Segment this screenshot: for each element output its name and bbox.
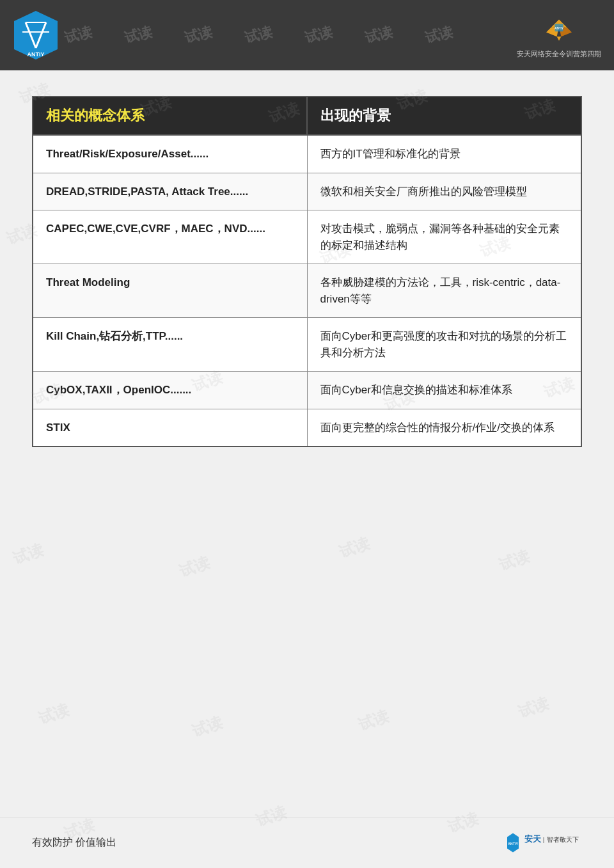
- svg-text:ANTIY: ANTIY: [508, 842, 519, 846]
- header-logo: ANTIY: [13, 10, 59, 61]
- main-content: 相关的概念体系 出现的背景 Threat/Risk/Exposure/Asset…: [0, 70, 614, 466]
- table-cell-left-1: DREAD,STRIDE,PASTA, Attack Tree......: [33, 173, 307, 210]
- table-cell-left-3: Threat Modeling: [33, 264, 307, 318]
- table-cell-right-3: 各种威胁建模的方法论，工具，risk-centric，data-driven等等: [307, 264, 581, 318]
- header: ANTIY 试读 试读 试读 试读 试读 试读 试读 ANTIY 安天网络安全令…: [0, 0, 614, 70]
- header-wm-5: 试读: [303, 22, 335, 48]
- table-row: STIX面向更完整的综合性的情报分析/作业/交换的体系: [33, 409, 581, 446]
- header-wm-2: 试读: [122, 22, 154, 48]
- header-right-text: 安天网络安全令训营第四期: [517, 49, 601, 59]
- table-cell-right-5: 面向Cyber和信息交换的描述和标准体系: [307, 372, 581, 409]
- table-cell-left-0: Threat/Risk/Exposure/Asset......: [33, 135, 307, 173]
- svg-text:智者敬天下: 智者敬天下: [547, 836, 579, 843]
- table-row: CAPEC,CWE,CVE,CVRF，MAEC，NVD......对攻击模式，脆…: [33, 210, 581, 264]
- body-watermark-13: 试读: [177, 552, 212, 581]
- header-wm-1: 试读: [64, 22, 94, 48]
- header-wm-3: 试读: [182, 22, 214, 48]
- table-cell-right-0: 西方的IT管理和标准化的背景: [307, 135, 581, 173]
- table-row: DREAD,STRIDE,PASTA, Attack Tree......微软和…: [33, 173, 581, 210]
- svg-marker-9: [557, 36, 562, 41]
- table-header-row: 相关的概念体系 出现的背景: [33, 97, 581, 135]
- antiy-logo: ANTIY: [13, 10, 59, 61]
- header-wm-4: 试读: [242, 22, 274, 48]
- svg-text:|: |: [543, 836, 545, 843]
- body-watermark-12: 试读: [10, 539, 46, 569]
- table-cell-right-2: 对攻击模式，脆弱点，漏洞等各种基础的安全元素的标定和描述结构: [307, 210, 581, 264]
- table-cell-left-4: Kill Chain,钻石分析,TTP......: [33, 318, 307, 372]
- table-row: Threat Modeling各种威胁建模的方法论，工具，risk-centri…: [33, 264, 581, 318]
- header-right-logo: ANTIY 安天网络安全令训营第四期: [517, 12, 601, 59]
- header-wm-6: 试读: [363, 22, 395, 48]
- table-cell-right-6: 面向更完整的综合性的情报分析/作业/交换的体系: [307, 409, 581, 446]
- table-row: Kill Chain,钻石分析,TTP......面向Cyber和更高强度的攻击…: [33, 318, 581, 372]
- footer-right-logo: ANTIY 安天 | 智者敬天下: [505, 828, 582, 857]
- col1-header: 相关的概念体系: [33, 97, 307, 135]
- table-row: Threat/Risk/Exposure/Asset......西方的IT管理和…: [33, 135, 581, 173]
- footer-left-text: 有效防护 价值输出: [32, 836, 116, 849]
- table-body: Threat/Risk/Exposure/Asset......西方的IT管理和…: [33, 135, 581, 446]
- body-watermark-19: 试读: [516, 693, 551, 722]
- body-watermark-16: 试读: [36, 699, 72, 729]
- table-row: CybOX,TAXII，OpenIOC.......面向Cyber和信息交换的描…: [33, 372, 581, 409]
- svg-text:ANTIY: ANTIY: [555, 27, 564, 30]
- footer: 有效防护 价值输出 ANTIY 安天 | 智者敬天下: [0, 817, 614, 868]
- svg-text:安天: 安天: [524, 834, 542, 844]
- table-cell-right-1: 微软和相关安全厂商所推出的风险管理模型: [307, 173, 581, 210]
- body-watermark-18: 试读: [356, 706, 391, 735]
- col2-header: 出现的背景: [307, 97, 581, 135]
- data-table: 相关的概念体系 出现的背景 Threat/Risk/Exposure/Asset…: [32, 96, 582, 447]
- table-cell-left-5: CybOX,TAXII，OpenIOC.......: [33, 372, 307, 409]
- body-watermark-17: 试读: [189, 712, 225, 741]
- body-watermark-15: 试读: [496, 546, 532, 575]
- header-watermarks: 试读 试读 试读 试读 试读 试读 试读: [64, 0, 499, 70]
- body-watermark-14: 试读: [336, 533, 372, 562]
- svg-text:ANTIY: ANTIY: [28, 51, 45, 58]
- header-wm-7: 试读: [423, 22, 455, 48]
- table-cell-right-4: 面向Cyber和更高强度的攻击和对抗的场景的分析工具和分析方法: [307, 318, 581, 372]
- table-cell-left-6: STIX: [33, 409, 307, 446]
- table-cell-left-2: CAPEC,CWE,CVE,CVRF，MAEC，NVD......: [33, 210, 307, 264]
